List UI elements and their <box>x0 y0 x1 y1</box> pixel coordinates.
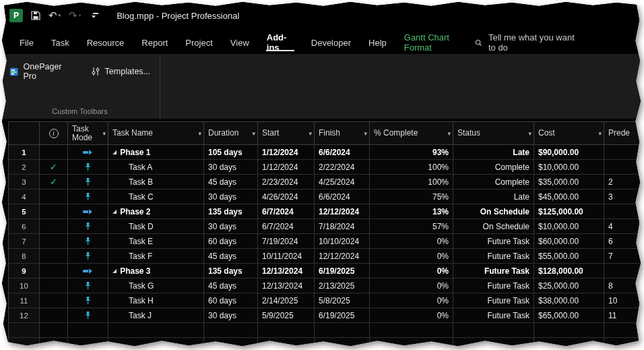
cell-status-row-10[interactable]: Future Task <box>453 279 534 293</box>
cell-name-row-12[interactable]: Task J <box>108 308 204 323</box>
cell-status-row-12[interactable]: Future Task <box>453 308 534 323</box>
cell-status-row-9[interactable]: Future Task <box>453 264 534 279</box>
cell-status-row-2[interactable]: Complete <box>453 160 534 175</box>
cell-pred-row-12[interactable]: 11 <box>604 308 644 323</box>
redo-button[interactable]: ↷▾ <box>69 9 81 22</box>
cell-info-row-12[interactable] <box>40 308 68 323</box>
cell-cost[interactable] <box>534 338 604 350</box>
cell-duration[interactable] <box>204 338 258 350</box>
cell-start-row-3[interactable]: 2/23/2024 <box>258 175 315 189</box>
cell-name-row-6[interactable]: Task D <box>108 219 204 234</box>
cell-finish-row-12[interactable]: 6/19/2025 <box>315 308 370 323</box>
cell-start-row-9[interactable]: 12/13/2024 <box>258 264 315 279</box>
cell-duration-row-2[interactable]: 30 days <box>204 160 258 175</box>
column-header-pred[interactable]: Prede <box>604 122 644 145</box>
cell-pred-row-9[interactable] <box>604 264 644 279</box>
cell-cost-row-4[interactable]: $45,000.00 <box>534 189 604 204</box>
cell-pred-row-6[interactable]: 4 <box>604 219 644 234</box>
cell-cost-row-1[interactable]: $90,000.00 <box>534 145 604 160</box>
cell-finish-row-10[interactable]: 2/13/2025 <box>315 279 370 293</box>
column-header-mode[interactable]: Task Mode▾ <box>68 122 108 145</box>
cell-num-row-6[interactable]: 6 <box>9 219 40 234</box>
cell-status[interactable] <box>453 323 534 338</box>
cell-cost-row-10[interactable]: $25,000.00 <box>534 279 604 293</box>
cell-finish-row-11[interactable]: 5/8/2025 <box>315 293 370 308</box>
save-icon[interactable] <box>31 11 40 20</box>
filter-arrow-icon[interactable]: ▾ <box>252 129 255 138</box>
cell-cost-row-11[interactable]: $38,000.00 <box>534 293 604 308</box>
cell-mode-row-4[interactable] <box>68 189 108 204</box>
cell-pct-row-8[interactable]: 0% <box>370 249 453 264</box>
cell-num-row-5[interactable]: 5 <box>9 204 40 219</box>
cell-info[interactable] <box>40 338 68 350</box>
cell-info-row-7[interactable] <box>40 234 68 249</box>
column-header-cost[interactable]: Cost▾ <box>534 122 604 145</box>
cell-start-row-4[interactable]: 4/26/2024 <box>258 189 315 204</box>
cell-mode-row-8[interactable] <box>68 249 108 264</box>
project-app-icon[interactable]: P <box>9 9 23 22</box>
cell-duration-row-10[interactable]: 45 days <box>204 279 258 293</box>
cell-finish-row-8[interactable]: 12/12/2024 <box>315 249 370 264</box>
column-header-finish[interactable]: Finish▾ <box>315 122 370 145</box>
cell-name-row-11[interactable]: Task H <box>108 293 204 308</box>
cell-info-row-2[interactable]: ✓ <box>40 160 68 175</box>
cell-cost-row-7[interactable]: $60,000.00 <box>534 234 604 249</box>
customize-quick-access-icon[interactable] <box>92 13 99 18</box>
redo-dropdown-icon[interactable]: ▾ <box>79 13 82 18</box>
tab-view[interactable]: View <box>222 31 258 54</box>
column-header-duration[interactable]: Duration▾ <box>204 122 258 145</box>
cell-info-row-3[interactable]: ✓ <box>40 175 68 189</box>
cell-pred-row-3[interactable]: 2 <box>604 175 644 189</box>
cell-cost-row-12[interactable]: $65,000.00 <box>534 308 604 323</box>
cell-name-row-8[interactable]: Task F <box>108 249 204 264</box>
cell-pct-row-11[interactable]: 0% <box>370 293 453 308</box>
undo-button[interactable]: ↶▾ <box>49 9 61 22</box>
filter-arrow-icon[interactable]: ▾ <box>364 129 367 138</box>
column-header-info[interactable]: i <box>40 122 68 145</box>
cell-num-row-4[interactable]: 4 <box>9 189 40 204</box>
cell-duration-row-9[interactable]: 135 days <box>204 264 258 279</box>
cell-num[interactable] <box>9 338 40 350</box>
cell-pct-row-6[interactable]: 57% <box>370 219 453 234</box>
filter-arrow-icon[interactable]: ▾ <box>447 129 451 138</box>
filter-arrow-icon[interactable]: ▾ <box>528 129 532 138</box>
cell-info[interactable] <box>40 323 68 338</box>
cell-duration-row-6[interactable]: 30 days <box>204 219 258 234</box>
column-header-pct[interactable]: % Complete▾ <box>370 122 453 145</box>
tab-add-ins[interactable]: Add-ins <box>258 31 302 54</box>
tab-help[interactable]: Help <box>360 31 395 54</box>
column-header-name[interactable]: Task Name▾ <box>108 122 204 145</box>
cell-status[interactable] <box>453 338 534 350</box>
cell-pct[interactable] <box>370 323 453 338</box>
cell-info-row-5[interactable] <box>40 204 68 219</box>
cell-pct-row-1[interactable]: 93% <box>370 145 453 160</box>
cell-status-row-4[interactable]: Late <box>453 189 534 204</box>
expand-triangle-icon[interactable]: ◢ <box>112 268 117 274</box>
cell-mode-row-1[interactable] <box>68 145 108 160</box>
tell-me-search[interactable]: Tell me what you want to do <box>475 31 577 54</box>
cell-info-row-9[interactable] <box>40 264 68 279</box>
expand-triangle-icon[interactable]: ◢ <box>112 149 117 155</box>
cell-num-row-8[interactable]: 8 <box>9 249 40 264</box>
cell-cost-row-9[interactable]: $128,000.00 <box>534 264 604 279</box>
cell-num-row-12[interactable]: 12 <box>9 308 40 323</box>
cell-pred-row-11[interactable]: 10 <box>604 293 644 308</box>
tab-resource[interactable]: Resource <box>78 31 133 54</box>
tab-task[interactable]: Task <box>42 31 78 54</box>
undo-dropdown-icon[interactable]: ▾ <box>59 13 61 18</box>
cell-finish[interactable] <box>315 323 370 338</box>
cell-finish-row-7[interactable]: 10/10/2024 <box>315 234 370 249</box>
cell-mode-row-7[interactable] <box>68 234 108 249</box>
cell-pred[interactable] <box>604 338 644 350</box>
cell-pred-row-5[interactable] <box>604 204 644 219</box>
cell-num-row-3[interactable]: 3 <box>9 175 40 189</box>
cell-num-row-2[interactable]: 2 <box>9 160 40 175</box>
tab-project[interactable]: Project <box>176 31 221 54</box>
cell-start-row-8[interactable]: 10/11/2024 <box>258 249 315 264</box>
cell-name-row-4[interactable]: Task C <box>108 189 204 204</box>
cell-mode-row-9[interactable] <box>68 264 108 279</box>
cell-name[interactable] <box>108 323 204 338</box>
cell-finish-row-1[interactable]: 6/6/2024 <box>315 145 370 160</box>
cell-pred-row-2[interactable] <box>604 160 644 175</box>
cell-mode-row-2[interactable] <box>68 160 108 175</box>
